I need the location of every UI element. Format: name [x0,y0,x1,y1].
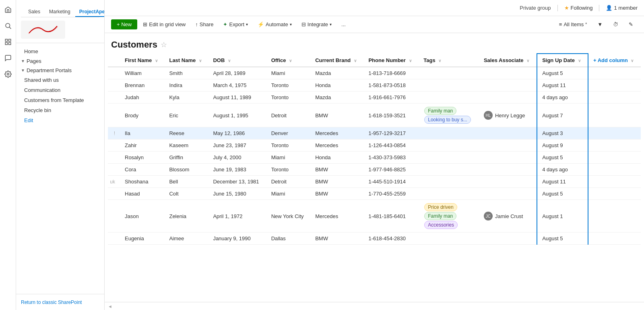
nav-recycle-bin[interactable]: Recycle bin [16,105,104,115]
row-number: ! [108,127,120,139]
col-last-name[interactable]: Last Name ∨ [164,54,208,67]
phone-sort: ∨ [409,58,412,63]
table-row[interactable]: WilliamSmithApril 28, 1989MiamiMazda1-81… [108,67,641,79]
brand-cell: Mazda [310,67,363,79]
edit-grid-view-button[interactable]: ⊞ Edit in grid view [139,19,190,29]
table-row[interactable]: ukShoshanaBellDecember 13, 1981DetroitBM… [108,176,641,188]
table-row[interactable]: JasonZeleniaApril 1, 1972New York CityMe… [108,200,641,233]
share-button[interactable]: ↑ Share [191,19,217,29]
table-row[interactable]: ZahirKaseemJune 23, 1987TorontoMercedes1… [108,139,641,152]
tags-cell [419,139,479,152]
table-row[interactable]: CoraBlossomJune 19, 1983TorontoBMW1-977-… [108,164,641,176]
row-number [108,139,120,152]
col-current-brand[interactable]: Current Brand ∨ [310,54,363,67]
nav-customers-from-template[interactable]: Customers from Template [16,95,104,105]
col-sales-associate[interactable]: Sales Associate ∨ [479,54,537,67]
associate-name: Henry Legge [495,112,525,119]
nav-pages-section[interactable]: ▼ Pages [16,56,104,66]
export-button[interactable]: ✦ Export ▾ [219,19,252,29]
first-name-cell: William [120,67,164,79]
bottom-bar: ◄ [105,302,644,310]
col-phone-number[interactable]: Phone Number ∨ [363,54,419,67]
nav-communication[interactable]: Communication [16,85,104,95]
nav-dept-portals-section[interactable]: ▼ Department Portals [16,66,104,75]
brand-cell: BMW [310,104,363,127]
table-row[interactable]: BrodyEricAugust 1, 1995DetroitBMW1-618-1… [108,104,641,127]
sales-associate-cell [479,176,537,188]
nav-edit[interactable]: Edit [16,115,104,125]
nav-footer: Return to classic SharePoint [16,294,104,310]
first-name-cell: Jason [120,200,164,233]
members-button[interactable]: 👤 1 member [606,5,638,11]
add-column-cell [588,176,641,188]
phone-cell: 1-618-454-2830 [363,233,419,245]
col-sign-up-date[interactable]: Sign Up Date ∨ [537,54,588,67]
sign-up-date-cell: August 11 [537,79,588,92]
all-items-button[interactable]: ≡ All Items * [555,19,591,29]
integrate-button[interactable]: ⊟ Integrate ▾ [297,19,336,29]
export-chevron: ▾ [246,22,248,27]
sign-up-date-cell: August 5 [537,152,588,164]
row-num-header [108,54,120,67]
table-row[interactable]: RosalynGriffinJuly 4, 2000MiamiHonda1-43… [108,152,641,164]
new-button[interactable]: + New [111,19,137,29]
col-first-name[interactable]: First Name ∨ [120,54,164,67]
add-column-cell [588,188,641,200]
classic-sharepoint-link[interactable]: Return to classic SharePoint [21,300,82,305]
nav-tab-marketing[interactable]: Marketing [45,7,74,17]
automate-button[interactable]: ⚡ Automate ▾ [254,19,296,29]
tag-badge: Family man [424,107,456,115]
automate-chevron: ▾ [290,22,292,27]
table-row[interactable]: JudahKylaAugust 11, 1989TorontoMazda1-91… [108,92,641,104]
office-cell: Detroit [266,176,311,188]
tags-cell [419,164,479,176]
col-office[interactable]: Office ∨ [266,54,311,67]
row-number [108,79,120,92]
person-icon: 👤 [606,5,612,11]
search-icon[interactable] [2,19,14,32]
dob-cell: June 23, 1987 [208,139,266,152]
office-cell: New York City [266,200,311,233]
brand-cell: BMW [310,164,363,176]
chat-icon[interactable] [2,52,14,64]
dob-cell: April 1, 1972 [208,200,266,233]
settings-icon[interactable] [2,68,14,81]
col-dob[interactable]: DOB ∨ [208,54,266,67]
dob-sort: ∨ [228,58,231,63]
following-button[interactable]: ★ Following [564,5,593,11]
page-header: Customers ☆ [105,33,644,53]
edit-view-button[interactable]: ✎ [624,19,638,29]
row-number: uk [108,176,120,188]
home-icon[interactable] [2,3,14,16]
more-button[interactable]: ... [337,19,350,29]
tags-cell [419,176,479,188]
phone-cell: 1-618-159-3521 [363,104,419,127]
nav-items: Home ▼ Pages ▼ Department Portals Shared… [16,43,104,294]
nav-home[interactable]: Home [16,46,104,56]
dob-cell: March 4, 1975 [208,79,266,92]
view-icon: ≡ [559,21,562,27]
table-row[interactable]: EugeniaAimeeJanuary 9, 1990DallasBMW1-61… [108,233,641,245]
add-column-header[interactable]: + Add column ∨ [588,54,641,67]
sign-up-date-cell: August 7 [537,104,588,127]
sales-associate-cell [479,79,537,92]
nav-tab-projectapex[interactable]: ProjectApex [75,7,105,17]
brand-cell: Honda [310,152,363,164]
filter-button[interactable]: ▼ [593,19,607,29]
table-row[interactable]: BrennanIndiraMarch 4, 1975TorontoHonda1-… [108,79,641,92]
table-row[interactable]: HasadColtJune 15, 1980MiamiBMW1-770-455-… [108,188,641,200]
add-column-cell [588,164,641,176]
table-wrapper: First Name ∨ Last Name ∨ DOB ∨ Office [105,53,644,302]
clock-button[interactable]: ⏱ [609,19,623,29]
office-cell: Dallas [266,233,311,245]
col-tags[interactable]: Tags ∨ [419,54,479,67]
apps-icon[interactable] [2,35,14,48]
office-sort: ∨ [289,58,292,63]
last-name-cell: Zelenia [164,200,208,233]
first-name-cell: Cora [120,164,164,176]
table-row[interactable]: !IlaReeseMay 12, 1986DenverMercedes1-957… [108,127,641,139]
nav-shared-with-us[interactable]: Shared with us [16,75,104,85]
favorite-star[interactable]: ☆ [161,40,167,49]
nav-tab-sales[interactable]: Sales [24,7,44,17]
phone-cell: 1-977-946-8825 [363,164,419,176]
